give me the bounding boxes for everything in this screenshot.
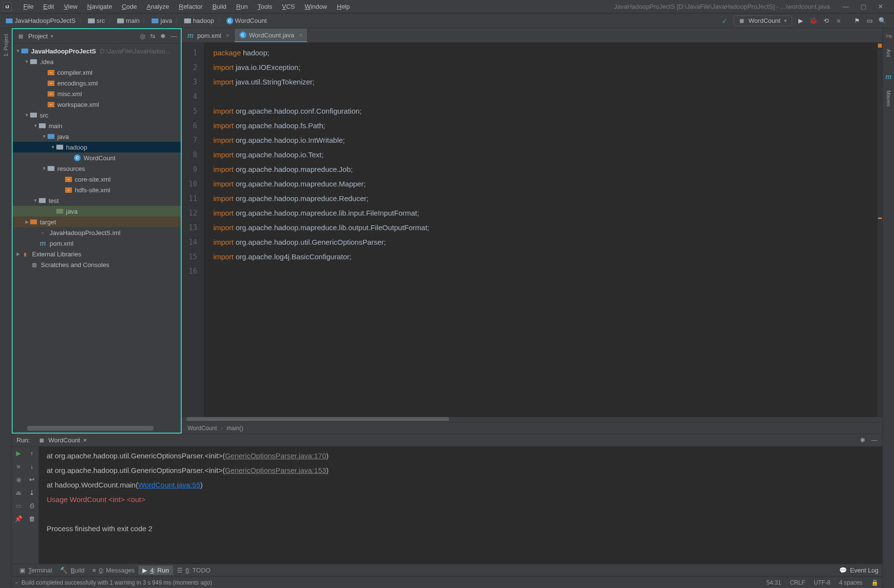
bottom-tab-run[interactable]: ▶4: Run <box>138 566 172 575</box>
minimize-button[interactable]: — <box>842 3 849 10</box>
locate-icon[interactable]: ◎ <box>140 33 145 40</box>
tree-node-resources[interactable]: ▼resources <box>13 163 181 174</box>
ant-tool-icon[interactable]: 🐜 <box>885 32 893 39</box>
stop-button[interactable]: ■ <box>835 17 842 25</box>
layout-button[interactable]: ▭ <box>866 17 874 25</box>
coverage-button[interactable]: ⟲ <box>822 17 830 25</box>
print-button[interactable]: ⎙ <box>30 502 34 509</box>
exit-button[interactable]: ⏏ <box>16 489 21 496</box>
stacktrace-link[interactable]: GenericOptionsParser.java:170 <box>225 452 326 460</box>
close-button[interactable]: ✕ <box>878 3 883 10</box>
menu-analyze[interactable]: Analyze <box>142 3 174 10</box>
collapse-icon[interactable]: ⇆ <box>150 33 155 40</box>
debug-button[interactable]: 🐞 <box>809 17 817 25</box>
down-button[interactable]: ↓ <box>30 463 34 470</box>
tree-root[interactable]: ▼JavaHadoopProJectSD:\JavaFile\JavaHadoo… <box>13 46 181 56</box>
layout-button[interactable]: ▭ <box>16 502 21 509</box>
breadcrumb-main[interactable]: main <box>117 17 139 24</box>
settings-icon[interactable]: ✱ <box>160 33 166 40</box>
dump-button[interactable]: ◉ <box>16 476 21 483</box>
breadcrumb-java[interactable]: java <box>152 17 172 24</box>
close-tab-icon[interactable]: × <box>83 437 87 444</box>
run-button[interactable]: ▶ <box>797 17 805 25</box>
tree-file-core-site.xml[interactable]: ‹›core-site.xml <box>13 174 181 185</box>
status-icon[interactable]: ▫ <box>16 579 17 586</box>
menu-run[interactable]: Run <box>231 3 253 10</box>
tree-file-compiler.xml[interactable]: ‹›compiler.xml <box>13 67 181 78</box>
tree-node-extlib[interactable]: ▶▮External Libraries <box>13 249 181 259</box>
clear-button[interactable]: 🗑 <box>29 515 35 522</box>
bottom-tab-terminal[interactable]: ▣Terminal <box>16 566 56 575</box>
update-button[interactable]: ⚑ <box>853 17 861 25</box>
run-config-selector[interactable]: ▦ WordCount ▼ <box>734 16 792 26</box>
stop-button[interactable]: ■ <box>17 463 20 470</box>
editor-tab-pom.xml[interactable]: mpom.xml× <box>182 29 235 42</box>
menu-build[interactable]: Build <box>207 3 231 10</box>
code-crumb-method[interactable]: main() <box>226 425 243 432</box>
editor-tab-WordCount.java[interactable]: CWordCount.java× <box>235 29 308 42</box>
readonly-lock-icon[interactable]: 🔒 <box>871 579 878 586</box>
tree-file-encodings.xml[interactable]: ‹›encodings.xml <box>13 78 181 88</box>
tree-node-test-java[interactable]: java <box>13 206 181 217</box>
run-hide-icon[interactable]: — <box>871 437 877 444</box>
tree-node-pom[interactable]: mpom.xml <box>13 238 181 249</box>
bottom-tab-messages[interactable]: ≡0: Messages <box>88 566 138 575</box>
tree-node-src[interactable]: ▼src <box>13 110 181 120</box>
wrap-button[interactable]: ↩ <box>29 476 34 483</box>
maximize-button[interactable]: ▢ <box>860 3 866 10</box>
bottom-tab-todo[interactable]: ☰6: TODO <box>173 566 215 575</box>
run-console[interactable]: at org.apache.hadoop.util.GenericOptions… <box>39 447 882 564</box>
tree-node-wordcount[interactable]: CWordCount <box>13 152 181 163</box>
project-tree[interactable]: ▼JavaHadoopProJectSD:\JavaFile\JavaHadoo… <box>13 44 181 426</box>
maven-tool-button[interactable]: Maven <box>886 88 892 108</box>
hide-icon[interactable]: — <box>171 33 177 40</box>
stacktrace-link[interactable]: GenericOptionsParser.java:153 <box>225 466 326 474</box>
menu-navigate[interactable]: Navigate <box>82 3 117 10</box>
breadcrumb-javahadoopprojects[interactable]: JavaHadoopProJectS <box>6 17 76 24</box>
tree-node-test[interactable]: ▼test <box>13 195 181 206</box>
bottom-tab-build[interactable]: 🔨Build <box>56 566 88 575</box>
rerun-button[interactable]: ▶ <box>16 450 21 457</box>
code-breadcrumbs[interactable]: WordCount › main() <box>182 422 882 434</box>
pin-button[interactable]: 📌 <box>15 515 22 522</box>
error-stripe[interactable] <box>877 43 882 417</box>
line-number-gutter[interactable]: 12345678910111213141516 <box>182 43 203 417</box>
tree-node-main[interactable]: ▼main <box>13 120 181 131</box>
status-5431[interactable]: 54:31 <box>767 579 781 586</box>
tree-node-idea[interactable]: ▼.idea <box>13 56 181 67</box>
run-settings-icon[interactable]: ✱ <box>860 437 865 444</box>
menu-vcs[interactable]: VCS <box>277 3 300 10</box>
menu-file[interactable]: File <box>18 3 38 10</box>
tree-node-iml[interactable]: ▫JavaHadoopProJectS.iml <box>13 227 181 238</box>
search-everywhere-button[interactable]: 🔍 <box>878 17 886 25</box>
tree-node-target[interactable]: ▶target <box>13 217 181 227</box>
tree-file-misc.xml[interactable]: ‹›misc.xml <box>13 88 181 99</box>
menu-help[interactable]: Help <box>332 3 355 10</box>
close-tab-icon[interactable]: × <box>299 32 302 38</box>
warning-mark[interactable] <box>878 218 882 219</box>
breadcrumb-hadoop[interactable]: hadoop <box>184 17 214 24</box>
tree-file-hdfs-site.xml[interactable]: ‹›hdfs-site.xml <box>13 185 181 195</box>
horizontal-scrollbar[interactable] <box>27 426 154 431</box>
menu-edit[interactable]: Edit <box>38 3 59 10</box>
status-utf8[interactable]: UTF-8 <box>814 579 830 586</box>
close-tab-icon[interactable]: × <box>226 33 229 38</box>
editor-hscrollbar[interactable] <box>182 417 882 422</box>
run-tab[interactable]: ▦ WordCount × <box>34 436 89 445</box>
up-button[interactable]: ↑ <box>30 450 34 457</box>
menu-code[interactable]: Code <box>117 3 142 10</box>
stacktrace-link[interactable]: WordCount.java:55 <box>138 481 200 489</box>
menu-view[interactable]: View <box>59 3 82 10</box>
project-panel-title[interactable]: Project ▼ <box>28 33 54 40</box>
event-log-button[interactable]: 💬Event Log <box>839 567 878 574</box>
tree-node-java[interactable]: ▼java <box>13 131 181 142</box>
tree-file-workspace.xml[interactable]: ‹›workspace.xml <box>13 99 181 110</box>
code-editor[interactable]: package hadoop; import java.io.IOExcepti… <box>203 43 877 417</box>
status-4spaces[interactable]: 4 spaces <box>839 579 862 586</box>
ant-tool-button[interactable]: Ant <box>886 47 892 59</box>
breadcrumb-src[interactable]: src <box>88 17 105 24</box>
tree-node-scratches[interactable]: ▧Scratches and Consoles <box>13 259 181 270</box>
project-tool-button[interactable]: 1: Project <box>3 32 9 58</box>
status-crlf[interactable]: CRLF <box>790 579 805 586</box>
build-icon[interactable]: ↙ <box>721 17 729 25</box>
